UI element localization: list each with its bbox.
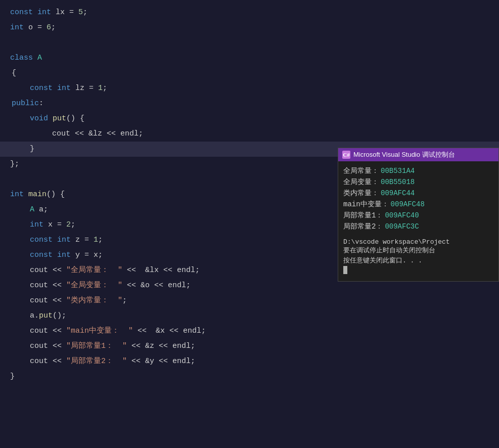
overlay-row-5: 局部常量1： 009AFC40 xyxy=(343,210,493,221)
code-line-2: int o = 6; xyxy=(0,20,499,35)
code-line-23: cout << "局部常量1： " << &z << endl; xyxy=(0,339,499,354)
code-content-15: int x = 2; xyxy=(8,218,75,232)
code-content-19: cout << "全局变量： " << &o << endl; xyxy=(8,279,191,293)
overlay-value-2: 00B55018 xyxy=(381,176,415,188)
code-content-2: int o = 6; xyxy=(6,21,56,35)
code-content-8: void put() { xyxy=(8,112,84,126)
code-content-20: cout << "类内常量： "; xyxy=(8,294,127,308)
overlay-label-1: 全局常量： xyxy=(343,165,379,176)
overlay-cursor-row xyxy=(343,266,493,277)
code-line-6: const int lz = 1; xyxy=(0,81,499,96)
code-content-21: a.put(); xyxy=(8,309,66,323)
code-line-22: cout << "main中变量： " << &x << endl; xyxy=(0,324,499,339)
code-content-14: A a; xyxy=(8,203,48,217)
code-content-25: } xyxy=(6,370,15,384)
overlay-note-2: 按任意键关闭此窗口. . . xyxy=(343,256,493,266)
code-line-5: { xyxy=(0,66,499,81)
overlay-row-6: 局部常量2： 009AFC3C xyxy=(343,221,493,232)
code-line-9: cout << &lz << endl; xyxy=(0,126,499,142)
overlay-row-3: 类内常量： 009AFC44 xyxy=(343,188,493,199)
code-content-10: } xyxy=(8,142,34,156)
code-content-4: class A xyxy=(6,51,42,65)
code-content-7: public: xyxy=(8,97,43,111)
overlay-row-4: main中变量： 009AFC48 xyxy=(343,199,493,210)
code-content-12 xyxy=(6,172,15,187)
vs-icon: C# xyxy=(342,151,350,159)
code-content-16: const int z = 1; xyxy=(8,233,103,247)
code-line-8: void put() { xyxy=(0,111,499,126)
code-line-21: a.put(); xyxy=(0,308,499,324)
code-line-20: cout << "类内常量： "; xyxy=(0,293,499,308)
code-content-17: const int y = x; xyxy=(8,248,103,262)
overlay-label-3: 类内常量： xyxy=(343,188,379,199)
code-content-5: { xyxy=(8,66,16,80)
debug-console-content: 全局常量： 00B531A4 全局变量： 00B55018 类内常量： 009A… xyxy=(338,161,498,281)
code-content-22: cout << "main中变量： " << &x << endl; xyxy=(8,324,206,338)
overlay-row-2: 全局变量： 00B55018 xyxy=(343,176,493,188)
code-content-13: int main() { xyxy=(6,188,65,202)
overlay-row-1: 全局常量： 00B531A4 xyxy=(343,165,493,176)
code-content-18: cout << "全局常量： " << &lx << endl; xyxy=(8,263,200,278)
overlay-value-1: 00B531A4 xyxy=(381,165,415,176)
code-line-4: class A xyxy=(0,51,499,66)
overlay-value-3: 009AFC44 xyxy=(381,188,415,199)
overlay-value-4: 009AFC48 xyxy=(391,199,425,210)
code-content-9: cout << &lz << endl; xyxy=(8,127,143,141)
debug-console-title: Microsoft Visual Studio 调试控制台 xyxy=(353,150,455,159)
code-content-23: cout << "局部常量1： " << &z << endl; xyxy=(8,339,195,353)
overlay-note-1: 要在调试停止时自动关闭控制台 xyxy=(343,246,493,256)
overlay-label-6: 局部常量2： xyxy=(343,221,383,232)
overlay-label-5: 局部常量1： xyxy=(343,210,383,221)
cursor-blink xyxy=(343,266,347,274)
code-content-24: cout << "局部常量2： " << &y << endl; xyxy=(8,354,195,369)
code-content-1: const int lx = 5; xyxy=(6,6,87,20)
code-line-3 xyxy=(0,35,499,51)
overlay-label-4: main中变量： xyxy=(343,199,389,210)
overlay-value-5: 009AFC40 xyxy=(385,210,419,221)
overlay-value-6: 009AFC3C xyxy=(385,221,419,232)
debug-console-window[interactable]: C# Microsoft Visual Studio 调试控制台 全局常量： 0… xyxy=(338,148,499,282)
overlay-label-2: 全局变量： xyxy=(343,176,379,188)
code-line-1: const int lx = 5; xyxy=(0,5,499,20)
code-line-24: cout << "局部常量2： " << &y << endl; xyxy=(0,354,499,369)
overlay-path: D:\vscode workspace\Project xyxy=(343,238,493,246)
code-content-3 xyxy=(6,36,15,50)
code-content-6: const int lz = 1; xyxy=(8,81,107,96)
code-line-7: public: xyxy=(0,96,499,111)
code-content-11: }; xyxy=(6,157,19,171)
code-line-25: } xyxy=(0,369,499,384)
debug-console-titlebar: C# Microsoft Visual Studio 调试控制台 xyxy=(338,148,498,161)
